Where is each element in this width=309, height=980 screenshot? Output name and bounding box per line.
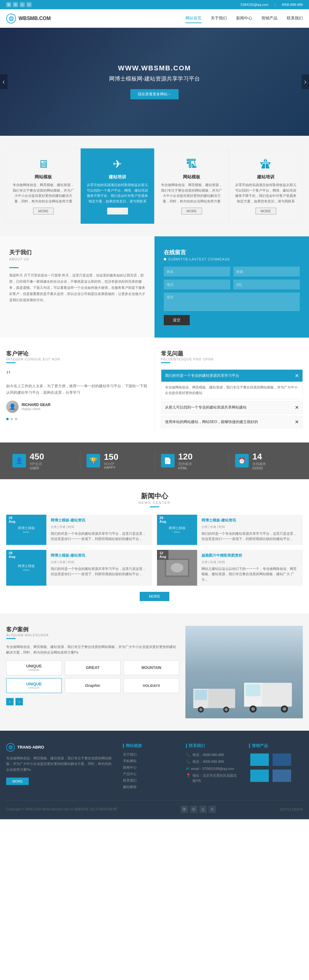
nav-item-news[interactable]: 新闻中心 [236,14,252,23]
news-card-2: 29Aug 网博士模板 www. 网博士模板-建站资讯 分类 | 作者 | 时间… [157,515,303,545]
message-textarea[interactable] [164,293,300,311]
footer-thumb-3[interactable] [250,770,269,782]
news-date-4: 12Aug [157,550,168,560]
clients-underline [6,638,16,639]
feature-title-4: 建站培训 [235,174,296,180]
slider-next-btn[interactable]: › [16,698,23,705]
news-title-1[interactable]: 网博士模板-建站资讯 [51,518,148,523]
footer-product-thumbs [249,752,303,783]
social-weibo[interactable]: 微 [181,806,188,813]
hero-prev-arrow[interactable]: ‹ [0,74,7,89]
dot-3[interactable] [15,418,17,420]
footer-more-btn[interactable]: MORE [6,778,29,785]
news-more-btn[interactable]: MORE [140,592,169,601]
footer-link-1[interactable]: 关于我们 [123,752,177,757]
footer-thumb-1[interactable] [250,754,269,766]
feature-icon-2: ✈ [87,158,148,171]
feature-btn-4[interactable]: MORE [256,208,276,215]
feature-desc-4: 从零开始的实战项目如何取得收益从那儿可以找到一个客户平台，网情、建站培训服务不限… [235,182,296,204]
svg-point-14 [199,708,202,711]
stat-icon-4: ⏰ [235,454,249,468]
nav-item-about[interactable]: 关于我们 [211,14,227,23]
stat-label-2: HAPPY [104,466,118,469]
social-rss[interactable]: R [208,806,216,813]
hero-next-arrow[interactable]: › [302,74,309,89]
logo-item-3[interactable]: MOUNTAIN [123,660,179,675]
logo-text-4: UNIQUE UNIQUE [26,682,42,689]
top-bar: 微 信 Q R 5384155@qq.com | 4008-888-888 [0,0,309,9]
stat-item-3: 📄 120 您的板块 HTML [155,452,229,470]
faq-question-text-1: 我们的对是一个专业的建站资源共享学习平台 [165,373,239,378]
logo-item-5[interactable]: Graphic [65,678,120,693]
contact-info: 5384155@qq.com | 4008-888-888 [241,3,303,6]
feature-btn-1[interactable]: MORE [33,208,54,215]
faq-question-3[interactable]: 使用本站的网站建站，网站SEO，能够快捷的建立很好的 ✕ [161,416,303,428]
logo-item-4[interactable]: UNIQUE UNIQUE [6,678,62,693]
news-underline [150,506,159,507]
footer-link-6[interactable]: 建站教程 [123,785,177,789]
feature-title-2: 建站培训 [87,174,148,180]
dot-1[interactable] [6,418,9,420]
stat-number-2: 150 [104,452,118,462]
weixin-icon[interactable]: 信 [13,2,18,7]
footer-nav-title: 网站链接 [123,743,177,749]
feature-btn-3[interactable]: MORE [181,208,202,215]
news-thumb-4: 12Aug [157,550,197,585]
phone-input[interactable] [164,280,230,290]
nav-item-contact[interactable]: 联系我们 [287,14,303,23]
main-nav: 网站首页 关于我们 新闻中心 营销产品 联系我们 [186,14,303,23]
logo-item-2[interactable]: GREAT [65,660,120,675]
qq-input[interactable] [233,280,300,290]
slider-nav: ‹ › [6,698,179,705]
faq-question-2[interactable]: 从那儿可以找到一个专业的建站资源共享网站建站 ✕ [161,401,303,414]
news-title-4[interactable]: 超跑图片中精彩美图赏析 [202,553,298,558]
news-thumb-1: 29Aug 网博士模板 www. [6,515,46,545]
stat-unit-1: VIP会员 [30,461,44,466]
footer-contact-2: 📞 电话：4008-888-888 [186,759,240,764]
feature-btn-2[interactable]: MORE [107,208,128,215]
footer-link-4[interactable]: 产品中心 [123,772,177,776]
stat-number-3: 120 [178,452,193,461]
faq-subtitle: PELUENTESQUE PNO UPNA [161,357,303,361]
nav-item-products[interactable]: 营销产品 [261,14,277,23]
rss-icon[interactable]: R [27,2,32,7]
footer-link-5[interactable]: 联系我们 [123,778,177,783]
submit-button[interactable]: 提交 [164,315,190,325]
news-title-2[interactable]: 网博士模板-建站资讯 [202,518,298,523]
clients-left: 客户案例 ALIQUAM MALESUADA 专业做网络创业、网页模板、建站资源… [6,626,179,718]
social-qq[interactable]: Q [199,806,207,813]
email-input[interactable] [233,267,300,277]
faq-question-1[interactable]: 我们的对是一个专业的建站资源共享学习平台 ✕ [161,370,303,382]
qq-icon[interactable]: Q [20,2,25,7]
news-thumb-3: 29Aug 网博士模板 www. [6,550,46,585]
footer-logo-text: TRANS·ABRO [17,745,44,749]
footer-col-about: 🌐 TRANS·ABRO 专业做网络创业、网页模板、建站资源，我们专注于整合优质… [6,743,114,791]
logo-item-1[interactable]: UNIQUE UNIQUE [6,660,62,675]
about-title: 关于我们 [9,249,145,256]
footer-copyright: Copyright © 2008-2020 Www.wbsmb.com.cn 版… [6,807,117,811]
footer-bottom: Copyright © 2008-2020 Www.wbsmb.com.cn 版… [6,800,303,813]
social-weixin[interactable]: 信 [190,806,197,813]
hero-cta-button[interactable]: 现在查看更多网站→ [130,89,179,99]
nav-item-home[interactable]: 网站首页 [186,14,202,23]
weibo-icon[interactable]: 微 [6,2,11,7]
footer-col-products: 营销产品 [249,743,303,791]
footer-link-2[interactable]: 手机网站 [123,759,177,764]
slider-prev-btn[interactable]: ‹ [6,698,14,705]
feature-desc-3: 专业做网络创业、网页模板、建站资源，我们专注于整合优质的网站模板，并为广大中小企… [161,182,222,204]
news-title-3[interactable]: 网博士模板-建站资讯 [51,553,148,558]
logo-text-2: GREAT [86,665,100,670]
footer: 🌐 TRANS·ABRO 专业做网络创业、网页模板、建站资源，我们专注于整合优质… [0,731,309,819]
footer-thumb-4[interactable] [272,770,291,782]
logo-item-6[interactable]: HOLIDAYS [123,678,179,693]
feature-icon-3: 🏗 [161,158,222,171]
logo[interactable]: 🌐 WBSMB.COM [6,14,51,24]
clients-header: 客户案例 ALIQUAM MALESUADA [6,626,179,639]
stat-item-1: 👤 450 VIP会员 USER [6,452,80,470]
footer-thumb-2[interactable] [272,754,291,766]
stat-icon-2: 🏆 [86,454,100,468]
name-input[interactable] [164,267,230,277]
footer-link-3[interactable]: 新闻中心 [123,765,177,770]
hero-title-en: WWW.WBSMB.COM [109,64,200,72]
dot-2[interactable] [11,418,13,420]
